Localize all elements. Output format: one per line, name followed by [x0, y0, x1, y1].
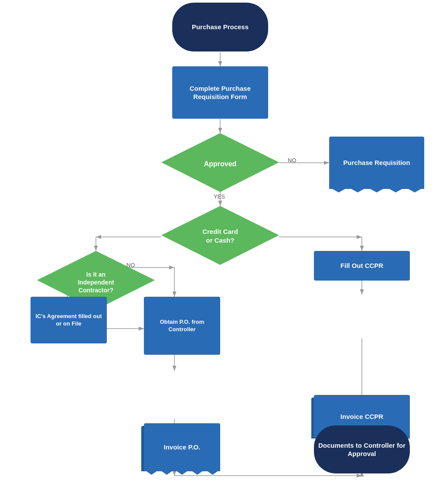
purchase-req-label: Purchase Requisition	[341, 156, 412, 170]
fill-ccpr-node: Fill Out CCPR	[314, 251, 410, 281]
fill-ccpr-label: Fill Out CCPR	[338, 259, 386, 273]
docs-controller-label: Documents to Controller for Approval	[314, 439, 410, 461]
approved-node: Approved	[161, 133, 279, 192]
svg-marker-21	[161, 206, 279, 265]
ic-agreement-label: IC's Agreement filled out or on File	[31, 310, 107, 330]
complete-form-label: Complete Purchase Requisition Form	[172, 82, 268, 104]
svg-text:Independent: Independent	[78, 279, 114, 286]
docs-controller-node: Documents to Controller for Approval	[314, 425, 410, 473]
no-label-approved: NO	[288, 157, 296, 164]
no-label-independent: NO	[126, 262, 135, 268]
flowchart: Purchase Process Complete Purchase Requi…	[0, 0, 436, 504]
start-node: Purchase Process	[172, 3, 268, 51]
credit-card-cash-svg: Credit Card or Cash?	[161, 206, 279, 265]
obtain-po-node: Obtain P.O. from Controller	[144, 297, 220, 355]
svg-text:or Cash?: or Cash?	[206, 237, 234, 244]
obtain-po-label: Obtain P.O. from Controller	[144, 316, 220, 336]
purchase-req-node: Purchase Requisition	[329, 137, 424, 189]
yes-label-approved: YES	[214, 193, 225, 200]
start-label: Purchase Process	[189, 20, 251, 34]
svg-text:Contractor?: Contractor?	[78, 287, 113, 294]
svg-text:Is It an: Is It an	[86, 271, 106, 278]
svg-text:Credit Card: Credit Card	[202, 228, 238, 235]
credit-card-cash-node: Credit Card or Cash?	[161, 206, 279, 265]
ic-agreement-node: IC's Agreement filled out or on File	[31, 297, 107, 343]
invoice-po-label: Invoice P.O.	[161, 440, 203, 454]
complete-form-node: Complete Purchase Requisition Form	[172, 66, 268, 119]
approved-diamond-svg: Approved	[161, 133, 279, 192]
invoice-ccpr-label: Invoice CCPR	[338, 410, 386, 424]
svg-text:Approved: Approved	[204, 160, 237, 168]
invoice-po-node: Invoice P.O.	[144, 423, 220, 471]
